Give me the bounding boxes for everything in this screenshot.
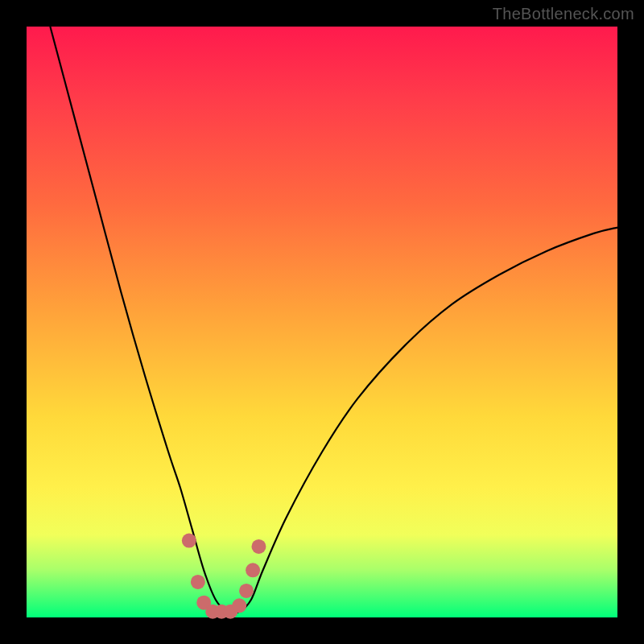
curve-group: [50, 27, 617, 613]
highlight-dot: [191, 575, 205, 589]
highlight-dot: [246, 563, 260, 577]
highlight-dot: [251, 539, 266, 554]
highlight-dot: [182, 534, 196, 548]
bottleneck-curve-path: [50, 27, 617, 613]
chart-stage: TheBottleneck.com: [0, 0, 644, 644]
watermark-text: TheBottleneck.com: [493, 5, 634, 23]
chart-svg: [27, 27, 617, 617]
highlight-dots-group: [182, 534, 266, 619]
highlight-dot: [239, 584, 254, 598]
highlight-dot: [232, 598, 246, 613]
